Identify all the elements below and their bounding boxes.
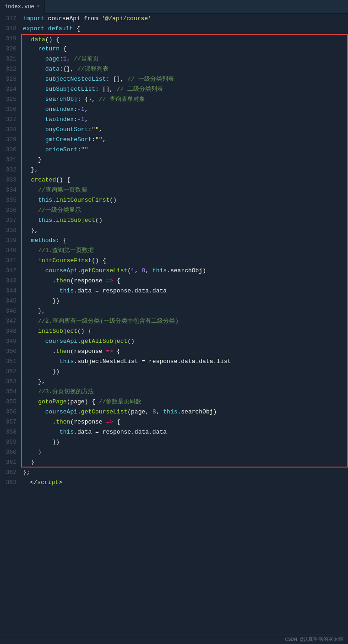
code-line-335: this.initCourseFirst() [21, 195, 348, 205]
code-line-354: //3.分页切换的方法 [21, 387, 348, 397]
line-num-359: 359 [3, 437, 16, 447]
line-num-360: 360 [3, 447, 16, 457]
code-line-350: .then(response => { [21, 347, 348, 357]
line-num-330: 330 [3, 145, 16, 155]
line-num-328: 328 [3, 125, 16, 135]
line-num-351: 351 [3, 357, 16, 367]
line-num-334: 334 [3, 185, 16, 195]
code-line-352: }) [21, 367, 348, 377]
line-num-356: 356 [3, 407, 16, 417]
tab-filename: index.vue [5, 4, 34, 10]
code-line-351: this.subjectNestedList = response.data.d… [21, 357, 348, 367]
code-line-356: courseApi.getCourseList(page, 8, this.se… [21, 407, 348, 417]
line-num-331: 331 [3, 155, 16, 165]
code-line-329: gmtCreateSort:"", [21, 135, 348, 145]
line-num-361: 361 [3, 457, 16, 468]
line-num-335: 335 [3, 195, 16, 205]
line-num-320: 320 [3, 44, 16, 54]
code-line-357: .then(response => { [21, 417, 348, 427]
line-num-332: 332 [3, 165, 16, 175]
line-num-322: 322 [3, 64, 16, 74]
line-num-349: 349 [3, 336, 16, 347]
line-num-340: 340 [3, 246, 16, 256]
line-num-353: 353 [3, 377, 16, 387]
tab-bar: index.vue × [0, 0, 348, 14]
line-num-329: 329 [3, 135, 16, 145]
line-num-358: 358 [3, 427, 16, 437]
code-line-362: }; [21, 468, 348, 478]
code-line-358: this.data = response.data.data [21, 427, 348, 437]
line-num-362: 362 [3, 468, 16, 478]
code-line-359: }) [21, 437, 348, 447]
line-num-354: 354 [3, 387, 16, 397]
code-line-349: courseApi.getAllSubject() [21, 336, 348, 347]
code-line-317: import courseApi from '@/api/course' [21, 14, 348, 24]
line-num-344: 344 [3, 286, 16, 296]
code-line-345: }) [21, 296, 348, 306]
line-num-327: 327 [3, 115, 16, 125]
line-num-318: 318 [3, 24, 16, 34]
code-line-332: }, [21, 165, 348, 175]
code-line-346: }, [21, 306, 348, 316]
code-line-344: this.data = response.data.data [21, 286, 348, 296]
code-line-323: subjectNestedList: [], // 一级分类列表 [21, 74, 348, 84]
code-line-321: page:1, //当前页 [21, 54, 348, 64]
code-line-347: //2.查询所有一级分类(一级分类中包含有二级分类) [21, 316, 348, 326]
line-num-336: 336 [3, 205, 16, 215]
line-num-319: 319 [3, 34, 16, 44]
code-line-326: oneIndex:-1, [21, 105, 348, 115]
line-num-357: 357 [3, 417, 16, 427]
code-line-330: priceSort:"" [21, 145, 348, 155]
code-line-336: //一级分类显示 [21, 205, 348, 215]
code-line-355: gotoPage(page) { //参数是页码数 [21, 397, 348, 407]
code-line-325: searchObj: {}, // 查询表单对象 [21, 94, 348, 105]
code-line-324: subSubjectList: [], // 二级分类列表 [21, 84, 348, 94]
code-line-333: created() { [21, 175, 348, 185]
code-line-341: initCourseFirst() { [21, 256, 348, 266]
line-num-324: 324 [3, 84, 16, 94]
code-line-339: methods: { [21, 236, 348, 246]
code-panel: import courseApi from '@/api/course' exp… [21, 14, 348, 488]
line-num-348: 348 [3, 326, 16, 336]
code-line-322: data:{}, //课程列表 [21, 64, 348, 74]
line-num-333: 333 [3, 175, 16, 185]
code-line-340: //1.查询第一页数据 [21, 246, 348, 256]
line-num-346: 346 [3, 306, 16, 316]
code-line-342: courseApi.getCourseList(1, 8, this.searc… [21, 266, 348, 276]
line-num-323: 323 [3, 74, 16, 84]
code-line-361: } [21, 457, 348, 468]
code-line-360: } [21, 447, 348, 457]
line-num-347: 347 [3, 316, 16, 326]
code-line-331: } [21, 155, 348, 165]
line-num-321: 321 [3, 54, 16, 64]
code-line-320: return { [21, 44, 348, 54]
code-line-343: .then(response => { [21, 276, 348, 286]
code-line-338: }, [21, 226, 348, 236]
code-line-319: data() { [21, 34, 348, 44]
line-num-350: 350 [3, 347, 16, 357]
tab-close-icon[interactable]: × [37, 4, 40, 9]
code-line-327: twoIndex:-1, [21, 115, 348, 125]
status-bar: CSDN @认真生活的灰太狼 [0, 634, 348, 644]
code-line-337: this.initSubject() [21, 215, 348, 226]
code-line-348: initSubject() { [21, 326, 348, 336]
line-num-339: 339 [3, 236, 16, 246]
tab-index-vue[interactable]: index.vue × [0, 0, 45, 14]
code-line-353: }, [21, 377, 348, 387]
line-num-338: 338 [3, 226, 16, 236]
line-num-352: 352 [3, 367, 16, 377]
line-num-342: 342 [3, 266, 16, 276]
line-num-317: 317 [3, 14, 16, 24]
line-numbers-panel: 317 318 319 320 321 322 323 324 325 326 … [0, 14, 21, 488]
line-num-325: 325 [3, 94, 16, 105]
status-text: CSDN @认真生活的灰太狼 [285, 637, 343, 642]
code-line-334: //查询第一页数据 [21, 185, 348, 195]
line-num-343: 343 [3, 276, 16, 286]
code-line-318: export default { [21, 24, 348, 34]
line-num-345: 345 [3, 296, 16, 306]
line-num-337: 337 [3, 215, 16, 226]
line-num-341: 341 [3, 256, 16, 266]
editor: 317 318 319 320 321 322 323 324 325 326 … [0, 14, 348, 488]
line-num-355: 355 [3, 397, 16, 407]
code-line-328: buyCountSort:"", [21, 125, 348, 135]
